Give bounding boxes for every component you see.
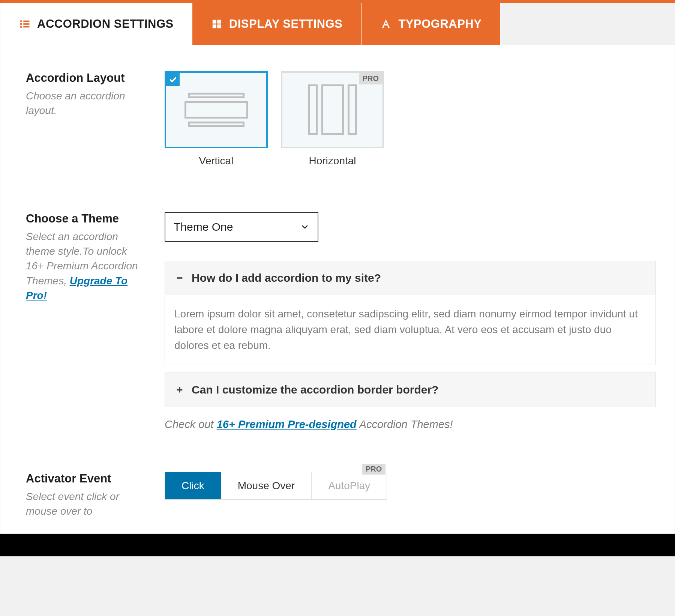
button-label: AutoPlay bbox=[328, 480, 370, 491]
plus-icon bbox=[174, 385, 185, 395]
svg-rect-9 bbox=[217, 24, 221, 28]
field-activator-event: Activator Event Select event click or mo… bbox=[26, 472, 656, 518]
checkout-text: Check out 16+ Premium Pre-designed Accor… bbox=[165, 418, 656, 431]
tab-label: TYPOGRAPHY bbox=[398, 17, 482, 31]
accordion-header[interactable]: Can I customize the accordion border bor… bbox=[165, 373, 656, 407]
svg-point-2 bbox=[21, 24, 21, 24]
tab-label: ACCORDION SETTINGS bbox=[37, 17, 174, 31]
list-icon bbox=[19, 18, 30, 30]
select-value: Theme One bbox=[174, 221, 233, 233]
field-control-column: Click Mouse Over PRO AutoPlay bbox=[165, 472, 656, 500]
grid-icon bbox=[211, 18, 222, 30]
font-icon bbox=[380, 18, 392, 30]
svg-rect-7 bbox=[217, 20, 221, 24]
layout-option-horizontal[interactable]: PRO Horizontal bbox=[281, 71, 384, 167]
vertical-layout-visual bbox=[184, 93, 248, 127]
accordion-title: Can I customize the accordion border bor… bbox=[192, 383, 438, 396]
field-title: Accordion Layout bbox=[26, 71, 138, 85]
accordion-title: How do I add accordion to my site? bbox=[192, 272, 381, 284]
accordion-item: Can I customize the accordion border bor… bbox=[165, 373, 656, 407]
layout-card-horizontal: PRO bbox=[281, 71, 384, 148]
field-title: Choose a Theme bbox=[26, 212, 138, 225]
accordion-header[interactable]: How do I add accordion to my site? bbox=[165, 261, 656, 295]
minus-icon bbox=[174, 273, 185, 283]
field-choose-theme: Choose a Theme Select an accordion theme… bbox=[26, 212, 656, 431]
content-panel: Accordion Layout Choose an accordion lay… bbox=[0, 45, 675, 534]
settings-container: ACCORDION SETTINGS DISPLAY SETTINGS TYPO… bbox=[0, 0, 675, 556]
activator-autoplay-button[interactable]: PRO AutoPlay bbox=[312, 472, 387, 499]
activator-click-button[interactable]: Click bbox=[165, 472, 221, 499]
bottom-bar bbox=[0, 534, 675, 556]
activator-mouseover-button[interactable]: Mouse Over bbox=[221, 472, 312, 499]
field-description: Choose an accordion layout. bbox=[26, 89, 138, 118]
tab-label: DISPLAY SETTINGS bbox=[229, 17, 343, 31]
svg-rect-8 bbox=[213, 24, 216, 28]
tab-typography[interactable]: TYPOGRAPHY bbox=[362, 3, 501, 45]
field-label-column: Activator Event Select event click or mo… bbox=[26, 472, 138, 518]
layout-options: Vertical PRO Horizontal bbox=[165, 71, 656, 167]
svg-rect-6 bbox=[213, 20, 216, 24]
field-accordion-layout: Accordion Layout Choose an accordion lay… bbox=[26, 71, 656, 167]
accordion-body: Lorem ipsum dolor sit amet, consetetur s… bbox=[165, 295, 656, 365]
check-icon bbox=[166, 73, 180, 86]
field-title: Activator Event bbox=[26, 472, 138, 485]
field-label-column: Choose a Theme Select an accordion theme… bbox=[26, 212, 138, 303]
layout-label: Vertical bbox=[199, 155, 234, 167]
accordion-item: How do I add accordion to my site? Lorem… bbox=[165, 261, 656, 365]
theme-select-dropdown[interactable]: Theme One bbox=[165, 212, 318, 242]
premium-themes-link[interactable]: 16+ Premium Pre-designed bbox=[217, 418, 357, 430]
pro-badge: PRO bbox=[359, 73, 382, 84]
tab-display-settings[interactable]: DISPLAY SETTINGS bbox=[192, 3, 362, 45]
field-control-column: Vertical PRO Horizontal bbox=[165, 71, 656, 167]
field-description: Select an accordion theme style.To unloc… bbox=[26, 229, 138, 303]
tab-accordion-settings[interactable]: ACCORDION SETTINGS bbox=[0, 3, 192, 45]
tabs-bar: ACCORDION SETTINGS DISPLAY SETTINGS TYPO… bbox=[0, 0, 675, 45]
svg-point-0 bbox=[21, 21, 21, 22]
layout-label: Horizontal bbox=[309, 155, 356, 167]
field-control-column: Theme One How do I add accordion to my s… bbox=[165, 212, 656, 431]
horizontal-layout-visual bbox=[308, 84, 357, 135]
layout-option-vertical[interactable]: Vertical bbox=[165, 71, 268, 167]
field-label-column: Accordion Layout Choose an accordion lay… bbox=[26, 71, 138, 118]
accordion-preview: How do I add accordion to my site? Lorem… bbox=[165, 261, 656, 407]
svg-point-4 bbox=[21, 27, 21, 27]
pro-badge: PRO bbox=[362, 464, 386, 475]
activator-button-group: Click Mouse Over PRO AutoPlay bbox=[165, 472, 387, 500]
checkout-suffix: Accordion Themes! bbox=[357, 418, 453, 430]
chevron-down-icon bbox=[300, 222, 309, 231]
checkout-prefix: Check out bbox=[165, 418, 217, 430]
layout-card-vertical bbox=[165, 71, 268, 148]
field-description: Select event click or mouse over to bbox=[26, 489, 138, 518]
